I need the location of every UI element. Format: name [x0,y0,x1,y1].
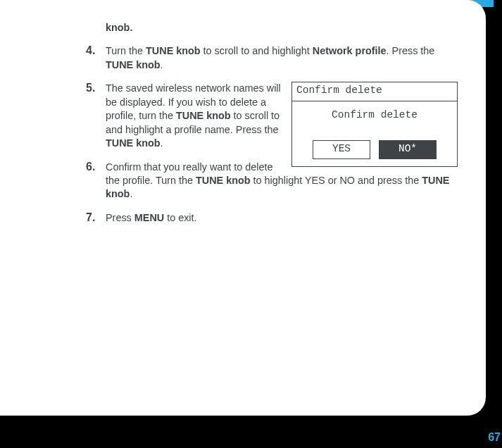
page-number: 67 [488,431,501,444]
text: to highlight YES or NO and press the [251,175,422,186]
bold-text: TUNE knob [146,45,201,56]
yes-button[interactable]: YES [313,140,370,159]
no-button[interactable]: NO* [379,140,437,159]
bold-text: MENU [134,212,164,223]
text: . Press the [387,45,435,56]
knob-word: knob [106,22,130,33]
bold-text: Network profile [313,45,387,56]
text: . [130,188,132,199]
step-5: Confirm delete Confirm delete YES NO* Th… [106,82,458,150]
bold-text: TUNE knob [106,137,161,149]
dialog-body: Confirm delete [292,101,457,127]
bold-text: TUNE knob [176,110,231,121]
dialog-title: Confirm delete [292,82,457,101]
content-area: knob. Turn the TUNE knob to scroll to an… [0,21,486,225]
text: . [161,59,163,70]
knob-period: . [130,22,132,33]
text: Press [106,212,134,223]
step-6: Confirm that you really want to delete t… [106,161,458,201]
text: to scroll to and highlight [201,45,313,56]
bold-text: TUNE knob [196,175,251,186]
continuation-line: knob. [106,21,458,35]
confirm-delete-dialog: Confirm delete Confirm delete YES NO* [291,82,458,167]
text: . [161,137,163,149]
manual-page: knob. Turn the TUNE knob to scroll to an… [0,0,486,416]
instruction-list: Turn the TUNE knob to scroll to and high… [106,44,458,225]
text: to exit. [164,212,196,223]
step-4: Turn the TUNE knob to scroll to and high… [106,44,458,72]
bold-text: TUNE knob [106,59,161,70]
step-7: Press MENU to exit. [106,211,458,225]
text: Turn the [106,45,146,56]
